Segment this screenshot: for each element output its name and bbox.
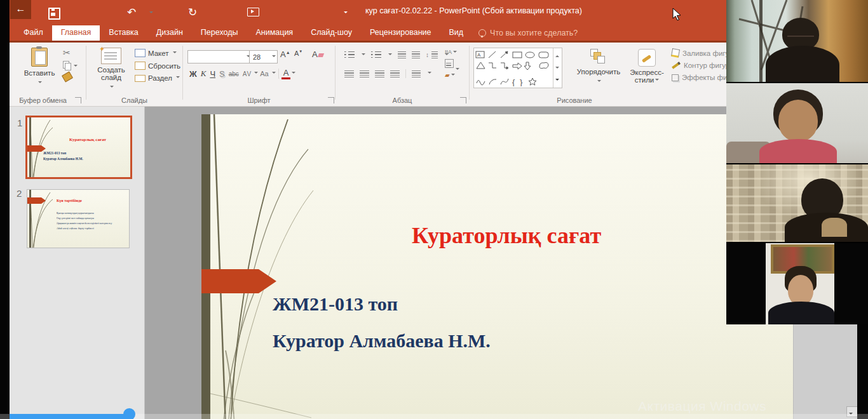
group-label-slides: Слайды <box>86 96 182 104</box>
shape-down-arrow-icon <box>524 62 531 70</box>
tab-view[interactable]: Вид <box>440 25 472 41</box>
thumb2-bullet: Абай өлеңі еңбекке баулу тәрбиесі <box>57 226 123 231</box>
thumb2-bullet: Оқу үлгерімі мен сабаққа қатысуы <box>57 216 123 221</box>
font-name-combo[interactable] <box>187 50 252 63</box>
window-title: кур сағат-02.02.22 - PowerPoint (Сбой ак… <box>365 6 581 15</box>
shapes-gallery[interactable]: A { <box>473 48 562 88</box>
tab-slideshow[interactable]: Слайд-шоу <box>302 25 361 41</box>
slide-title-text[interactable]: Кураторлық сағат <box>357 222 656 249</box>
back-button[interactable]: ← <box>10 0 31 19</box>
video-seek-handle[interactable] <box>123 408 135 419</box>
strikethrough-button[interactable]: abc <box>227 70 241 78</box>
layout-button[interactable]: Макет <box>135 49 180 57</box>
shapes-scrollbar[interactable] <box>553 48 562 88</box>
undo-dropdown-icon[interactable] <box>149 11 153 15</box>
layout-icon <box>135 49 146 57</box>
webcam-feed-4[interactable] <box>726 243 868 324</box>
bullets-icon[interactable] <box>344 51 355 58</box>
reset-icon <box>135 62 146 70</box>
thumb2-bullet: Әрқашан режимін сақтап белсенділікті көт… <box>57 221 123 226</box>
tab-animations[interactable]: Анимация <box>247 25 302 41</box>
align-text-button[interactable] <box>445 59 454 68</box>
font-dialog-launcher[interactable] <box>328 97 334 103</box>
slide-2-number: 2 <box>17 188 22 199</box>
quick-styles-icon <box>638 49 656 67</box>
group-label-drawing: Рисование <box>470 96 679 104</box>
window-frame-bar <box>759 0 763 82</box>
slide-canvas[interactable]: Кураторлық сағат ЖМ21-013 топ Куратор Ал… <box>201 114 793 419</box>
shape-curve-icon <box>501 79 508 84</box>
copy-icon[interactable] <box>63 61 72 70</box>
arrange-button[interactable]: Упорядочить <box>576 49 621 87</box>
tab-design[interactable]: Дизайн <box>147 25 192 41</box>
thumb1-title: Кураторлық сағат <box>53 137 123 142</box>
webcam-feed-3[interactable] <box>726 164 868 242</box>
font-color-button[interactable]: А <box>281 69 291 79</box>
tab-insert[interactable]: Вставка <box>100 25 147 41</box>
convert-smartart-button[interactable]: ▰ <box>445 72 457 79</box>
font-size-combo[interactable]: 28 <box>249 50 278 63</box>
shape-arc-icon <box>489 79 496 84</box>
paragraph-dialog-launcher[interactable] <box>460 97 466 103</box>
slide-arrow-shape[interactable] <box>201 269 259 293</box>
shape-oval-icon <box>526 52 534 58</box>
numbering-icon[interactable] <box>371 51 381 58</box>
start-slideshow-icon[interactable] <box>247 8 259 17</box>
shrink-font-button[interactable]: А▼ <box>292 49 304 58</box>
shape-effects-icon <box>672 74 679 81</box>
align-center-icon[interactable] <box>360 70 369 77</box>
shape-line-icon <box>489 51 496 58</box>
webcam-feed-1[interactable] <box>726 0 868 82</box>
undo-icon[interactable]: ↶ <box>127 6 136 20</box>
tab-file[interactable]: Файл <box>15 25 52 41</box>
reset-button[interactable]: Сбросить <box>135 62 180 70</box>
slide-1-thumbnail[interactable]: Кураторлық сағат ЖМ21-013 топ Куратор Ал… <box>25 116 132 179</box>
shape-fill-icon <box>671 48 680 58</box>
section-button[interactable]: Раздел <box>135 74 180 82</box>
increase-indent-icon[interactable] <box>412 51 420 58</box>
group-label-paragraph: Абзац <box>336 96 469 104</box>
save-icon[interactable] <box>48 8 60 20</box>
align-right-icon[interactable] <box>375 70 384 77</box>
clear-formatting-button[interactable]: А <box>310 49 325 60</box>
shape-outline-icon <box>672 62 681 69</box>
align-left-icon[interactable] <box>344 70 354 77</box>
tab-review[interactable]: Рецензирование <box>361 25 440 41</box>
line-spacing-icon[interactable]: ↕ <box>426 51 429 58</box>
grass-decoration <box>207 114 315 419</box>
text-direction-button[interactable]: ІІА <box>445 49 457 55</box>
change-case-button[interactable]: Aa <box>258 69 270 78</box>
paste-button[interactable]: Вставить <box>21 48 58 88</box>
text-shadow-button[interactable]: S <box>217 69 227 79</box>
slide-body-line1[interactable]: ЖМ21-013 топ <box>273 293 398 315</box>
tab-transitions[interactable]: Переходы <box>192 25 247 41</box>
clipboard-dialog-launcher[interactable] <box>75 97 81 103</box>
grow-font-button[interactable]: А▲ <box>278 49 292 60</box>
tell-me-box[interactable]: Что вы хотите сделать? <box>472 25 584 41</box>
quick-styles-button[interactable]: Экспресс- стили <box>624 49 670 84</box>
svg-text:A: A <box>477 52 481 58</box>
slide-body-line2[interactable]: Куратор Алмабаева Н.М. <box>273 330 491 352</box>
bold-button[interactable]: Ж <box>187 69 199 79</box>
new-slide-button[interactable]: ✦ Создать слайд <box>92 48 131 93</box>
redo-icon[interactable]: ↻ <box>188 6 197 20</box>
shape-triangle-icon <box>477 62 485 69</box>
webcam-feed-2[interactable] <box>726 83 868 163</box>
customize-qat-icon[interactable] <box>344 11 348 15</box>
slide-2-thumbnail[interactable]: Күн тәртібінде Қысқы каникулдың қорытынд… <box>27 189 130 248</box>
italic-button[interactable]: К <box>199 68 208 79</box>
decrease-indent-icon[interactable] <box>398 51 406 58</box>
cut-icon[interactable]: ✂ <box>63 48 72 58</box>
person-2-face <box>778 100 818 142</box>
glasses-glint <box>787 30 814 37</box>
format-painter-icon[interactable] <box>62 71 73 82</box>
video-frame: ↶ ↻ кур сағат-02.02.22 - PowerPoint (Сбо… <box>0 0 868 419</box>
justify-icon[interactable] <box>390 70 400 77</box>
char-spacing-button[interactable]: АV <box>241 70 253 78</box>
underline-button[interactable]: Ч <box>208 69 217 79</box>
columns-icon[interactable] <box>412 70 421 77</box>
arrange-icon <box>590 49 607 65</box>
tab-home[interactable]: Главная <box>52 25 100 41</box>
lightbulb-icon <box>478 29 486 37</box>
windows-activation-watermark: Активация Windows <box>638 399 766 414</box>
